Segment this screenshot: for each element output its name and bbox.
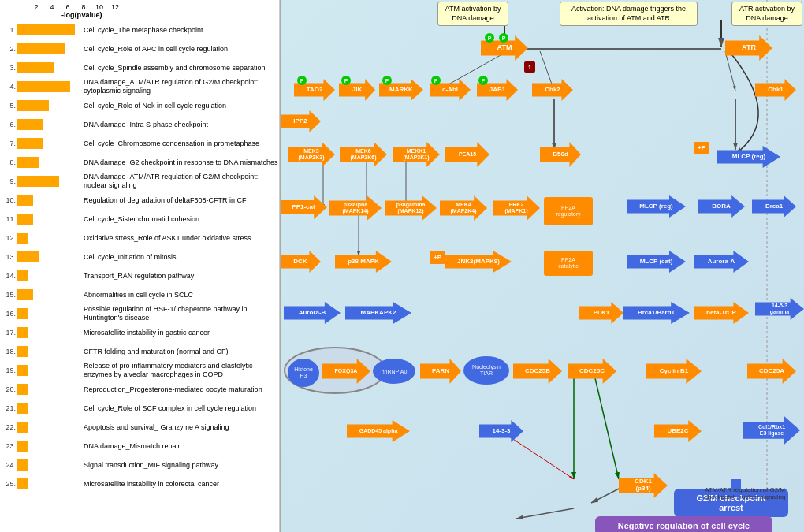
axis-tick: 8 (76, 3, 91, 11)
bar-row-2[interactable]: 2.Cell cycle_Role of APC in cell cycle r… (3, 39, 279, 58)
bar-container (17, 289, 80, 300)
node-HistoneH3: HistoneH3 (288, 359, 319, 387)
bar-row-17[interactable]: 17.Microsatellite instability in gastric… (3, 323, 279, 342)
badge-atm-2: P (499, 33, 508, 43)
bar-fill (17, 365, 28, 376)
activation-description-tooltip: Activation: DNA damage triggers theactiv… (560, 2, 698, 26)
node-plus-P: +P (694, 142, 709, 154)
bar-row-5[interactable]: 5.Cell cycle_Role of Nek in cell cycle r… (3, 96, 279, 115)
negative-regulation-button[interactable]: Negative regulation of cell cycle (595, 516, 772, 532)
bar-container (17, 327, 80, 338)
bar-row-4[interactable]: 4.DNA damage_ATM/ATR regulation of G2/M … (3, 77, 279, 96)
axis-tick: 10 (91, 3, 107, 11)
bar-container (17, 157, 80, 168)
bar-fill (17, 346, 28, 357)
bar-container (17, 422, 80, 433)
bar-label: Signal transduction_MIF signaling pathwa… (80, 461, 279, 470)
bar-label: DNA damage_Intra S-phase checkpoint (80, 121, 279, 129)
badge-g5: P (478, 76, 488, 85)
bar-row-22[interactable]: 22.Apoptosis and survival_ Granzyme A si… (3, 418, 279, 437)
bar-label: Abnormalities in cell cycle in SCLC (80, 291, 279, 299)
bar-number: 15. (3, 291, 17, 299)
bar-number: 20. (3, 385, 17, 393)
bar-number: 23. (3, 442, 17, 450)
bar-row-8[interactable]: 8.DNA damage_G2 checkpoint in response t… (3, 153, 279, 172)
bar-row-12[interactable]: 12.Oxidative stress_Role of ASK1 under o… (3, 229, 279, 247)
bar-fill (17, 100, 49, 111)
bar-number: 13. (3, 253, 17, 261)
bar-row-13[interactable]: 13.Cell cycle_Initiation of mitosis (3, 247, 279, 266)
bar-fill (17, 459, 28, 471)
axis-labels: 2 4 6 8 10 12 (14, 2, 279, 11)
bar-fill (17, 270, 28, 281)
bar-row-15[interactable]: 15.Abnormalities in cell cycle in SCLC (3, 285, 279, 304)
bar-container (17, 119, 80, 130)
bar-row-23[interactable]: 23.DNA damage_Mismatch repair (3, 437, 279, 456)
bar-fill (17, 195, 33, 206)
bar-label: Cell cycle_Role of SCF complex in cell c… (80, 404, 279, 413)
bar-label: DNA damage_G2 checkpoint in response to … (80, 158, 279, 167)
bar-row-18[interactable]: 18.CFTR folding and maturation (normal a… (3, 342, 279, 361)
bar-number: 21. (3, 404, 17, 412)
badge-atm-1: P (485, 33, 494, 43)
bar-chart: 1.Cell cycle_The metaphase checkpoint2.C… (0, 19, 279, 493)
bar-fill (17, 403, 28, 414)
node-plus-P2: +P (430, 251, 445, 264)
bar-fill (17, 157, 39, 168)
bar-row-21[interactable]: 21.Cell cycle_Role of SCF complex in cel… (3, 399, 279, 418)
bar-container (17, 251, 80, 262)
bar-container (17, 195, 80, 206)
bar-fill (17, 422, 28, 433)
bar-label: Cell cycle_Sister chromatid cohesion (80, 215, 279, 224)
bar-row-3[interactable]: 3.Cell cycle_Spindle assembly and chromo… (3, 58, 279, 77)
bar-number: 9. (3, 177, 17, 185)
bar-number: 2. (3, 45, 17, 53)
bar-number: 25. (3, 480, 17, 488)
bar-label: Cell cycle_The metaphase checkpoint (80, 26, 279, 35)
bar-label: Cell cycle_Chromosome condensation in pr… (80, 140, 279, 148)
bar-fill (17, 176, 59, 187)
bar-container (17, 100, 80, 111)
bar-row-10[interactable]: 10.Regulation of degradation of deltaF50… (3, 191, 279, 210)
badge-red-1: 1 (524, 61, 535, 73)
axis-title: -log(pValue) (14, 11, 279, 19)
bar-label: Reproduction_Progesterone-mediated oocyt… (80, 385, 279, 394)
bar-row-11[interactable]: 11.Cell cycle_Sister chromatid cohesion (3, 210, 279, 229)
bar-container (17, 308, 80, 319)
bar-row-16[interactable]: 16.Possible regulation of HSF-1/ chapero… (3, 304, 279, 323)
bar-container (17, 478, 80, 489)
bar-number: 17. (3, 329, 17, 337)
bar-row-24[interactable]: 24.Signal transduction_MIF signaling pat… (3, 456, 279, 474)
bar-fill (17, 43, 65, 54)
bar-number: 7. (3, 140, 17, 147)
badge-g2: P (341, 76, 351, 85)
bar-container (17, 81, 80, 92)
node-Nucleolysin: NucleolysinTIAR (463, 356, 509, 385)
bar-fill (17, 138, 43, 149)
bar-label: Microsatellite instability in gastric ca… (80, 329, 279, 337)
bar-number: 10. (3, 196, 17, 204)
bar-number: 3. (3, 64, 17, 72)
bar-fill (17, 62, 54, 73)
atm-activation-tooltip: ATM activation byDNA damage (437, 2, 508, 26)
bar-row-25[interactable]: 25.Microsatellite instability in colorec… (3, 474, 279, 493)
bar-label: Possible regulation of HSF-1/ chaperone … (80, 305, 279, 322)
badge-g4: P (431, 76, 441, 85)
bar-row-19[interactable]: 19.Release of pro-inflammatory mediators… (3, 361, 279, 380)
bar-row-20[interactable]: 20.Reproduction_Progesterone-mediated oo… (3, 380, 279, 399)
bar-container (17, 441, 80, 452)
bar-container (17, 138, 80, 149)
node-hnRNPA0: hnRNP A0 (373, 359, 415, 384)
bar-row-9[interactable]: 9.DNA damage_ATM/ATR regulation of G2/M … (3, 172, 279, 191)
axis-tick: 6 (60, 3, 76, 11)
right-panel: ATM activation byDNA damage Activation: … (280, 0, 804, 532)
bar-row-1[interactable]: 1.Cell cycle_The metaphase checkpoint (3, 20, 279, 39)
bar-label: Release of pro-inflammatory mediators an… (80, 362, 279, 379)
bar-number: 4. (3, 83, 17, 91)
bar-row-6[interactable]: 6.DNA damage_Intra S-phase checkpoint (3, 115, 279, 134)
bar-fill (17, 289, 33, 300)
bar-number: 8. (3, 158, 17, 166)
bar-row-14[interactable]: 14.Transport_RAN regulation pathway (3, 266, 279, 285)
bar-fill (17, 441, 28, 452)
bar-row-7[interactable]: 7.Cell cycle_Chromosome condensation in … (3, 134, 279, 153)
